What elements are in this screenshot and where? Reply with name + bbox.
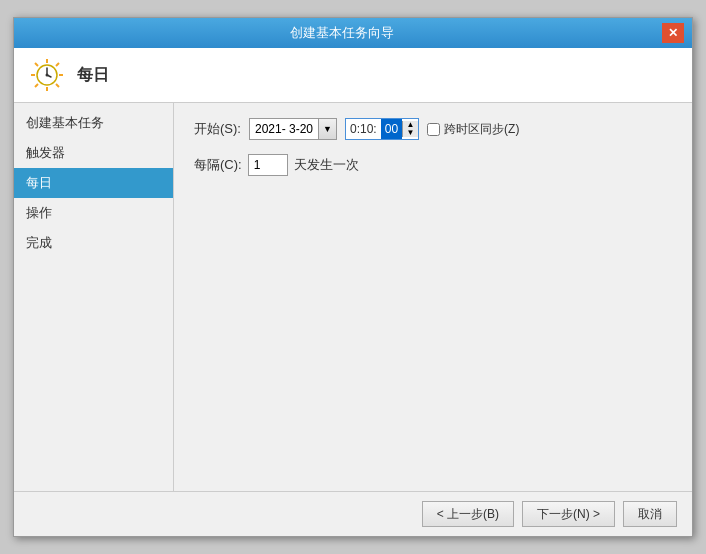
start-label: 开始(S): — [194, 120, 241, 138]
start-row: 开始(S): 2021- 3-20 ▼ 0:10: 00 ▲ ▼ — [194, 118, 672, 140]
date-select-wrapper: 2021- 3-20 ▼ — [249, 118, 337, 140]
title-bar: 创建基本任务向导 ✕ — [14, 18, 692, 48]
timezone-label[interactable]: 跨时区同步(Z) — [427, 121, 519, 138]
clock-icon — [29, 57, 65, 93]
back-button[interactable]: < 上一步(B) — [422, 501, 514, 527]
content-area: 创建基本任务 触发器 每日 操作 完成 开始(S): 2021- 3-20 — [14, 103, 692, 491]
svg-line-6 — [56, 63, 59, 66]
cancel-button[interactable]: 取消 — [623, 501, 677, 527]
timezone-text: 跨时区同步(Z) — [444, 121, 519, 138]
svg-line-4 — [35, 63, 38, 66]
close-button[interactable]: ✕ — [662, 23, 684, 43]
interval-input[interactable] — [248, 154, 288, 176]
sidebar-item-create-task[interactable]: 创建基本任务 — [14, 108, 173, 138]
interval-row: 每隔(C): 天发生一次 — [194, 154, 672, 176]
date-value[interactable]: 2021- 3-20 — [250, 122, 318, 136]
main-panel: 开始(S): 2021- 3-20 ▼ 0:10: 00 ▲ ▼ — [174, 103, 692, 491]
svg-line-7 — [35, 84, 38, 87]
sidebar-item-action[interactable]: 操作 — [14, 198, 173, 228]
header-title: 每日 — [77, 65, 109, 86]
time-spinner-down[interactable]: ▼ — [403, 129, 418, 137]
time-spinner: ▲ ▼ — [402, 121, 418, 137]
timezone-checkbox[interactable] — [427, 123, 440, 136]
header-area: 每日 — [14, 48, 692, 103]
interval-label: 每隔(C): — [194, 156, 242, 174]
window-title: 创建基本任务向导 — [22, 24, 662, 42]
time-container: 0:10: 00 ▲ ▼ — [345, 118, 419, 140]
time-seconds[interactable]: 00 — [381, 119, 402, 139]
date-dropdown-arrow[interactable]: ▼ — [318, 119, 336, 139]
sidebar-item-trigger[interactable]: 触发器 — [14, 138, 173, 168]
sidebar-item-finish[interactable]: 完成 — [14, 228, 173, 258]
svg-line-5 — [56, 84, 59, 87]
svg-point-11 — [46, 74, 49, 77]
next-button[interactable]: 下一步(N) > — [522, 501, 615, 527]
interval-suffix: 天发生一次 — [294, 156, 359, 174]
sidebar: 创建基本任务 触发器 每日 操作 完成 — [14, 103, 174, 491]
time-prefix[interactable]: 0:10: — [346, 122, 381, 136]
footer: < 上一步(B) 下一步(N) > 取消 — [14, 491, 692, 536]
main-window: 创建基本任务向导 ✕ — [13, 17, 693, 537]
sidebar-item-daily[interactable]: 每日 — [14, 168, 173, 198]
